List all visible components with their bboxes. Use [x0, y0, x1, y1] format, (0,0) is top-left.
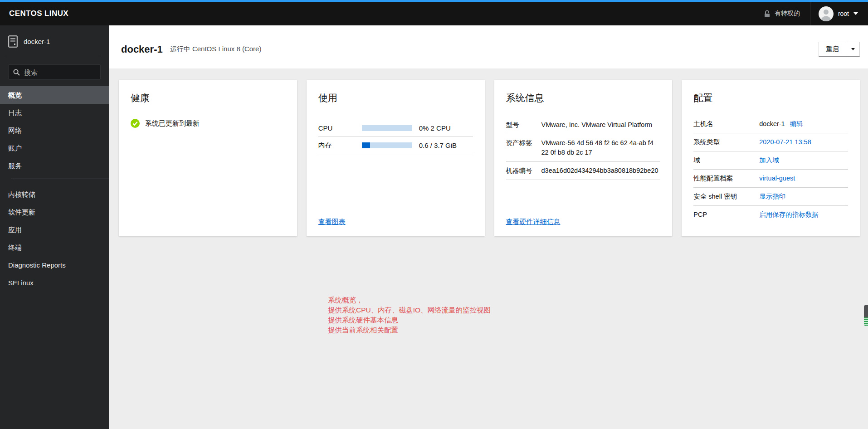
progress-bar — [362, 125, 412, 131]
config-card: 配置 主机名 docker-1 编辑 系统类型 — [682, 80, 860, 236]
config-row-link[interactable]: 显示指印 — [759, 193, 785, 200]
config-row: 安全 shell 密钥 显示指印 — [693, 188, 848, 206]
usage-row: CPU 0% 2 CPU — [318, 120, 473, 137]
check-circle-icon — [131, 119, 140, 128]
config-rows: 主机名 docker-1 编辑 系统类型 2020-07-21 13:58 — [693, 115, 848, 224]
top-bar: CENTOS LINUX 有特权的 root — [0, 0, 868, 25]
chevron-down-icon — [851, 48, 855, 50]
config-row-label: 域 — [693, 156, 759, 165]
chevron-down-icon — [853, 12, 858, 15]
sidebar-search[interactable] — [8, 64, 101, 80]
config-row-label: 安全 shell 密钥 — [693, 192, 759, 201]
config-row: 性能配置档案 virtual-guest — [693, 170, 848, 188]
config-row-value: 加入域 — [759, 156, 848, 165]
avatar — [819, 6, 834, 21]
usage-row-value: 0% 2 CPU — [419, 124, 451, 132]
restart-button[interactable]: 重启 — [819, 42, 846, 57]
sidebar-menu-item[interactable]: 账户 — [0, 139, 109, 157]
view-hardware-details-link[interactable]: 查看硬件详细信息 — [506, 218, 561, 226]
health-card: 健康 系统已更新到最新 — [119, 80, 297, 236]
sidebar-menu-item[interactable]: 终端 — [0, 239, 109, 256]
config-row: 系统类型 2020-07-21 13:58 — [693, 133, 848, 151]
system-info-row-value: d3ea16d02d434294bb3a80818b92be20 — [541, 166, 661, 176]
edge-widget[interactable] — [864, 305, 868, 326]
config-row: 主机名 docker-1 编辑 — [693, 115, 848, 133]
sidebar-menu-item[interactable]: 服务 — [0, 157, 109, 175]
sidebar-menu-item[interactable]: SELinux — [0, 274, 109, 292]
sidebar-menu-item[interactable]: 软件更新 — [0, 203, 109, 221]
health-card-title: 健康 — [131, 92, 285, 104]
usage-card: 使用 CPU 0% 2 CPU 内存 — [307, 80, 485, 236]
config-row-link[interactable]: 启用保存的指标数据 — [759, 211, 819, 218]
sidebar-divider — [5, 56, 100, 56]
sidebar-menu-item[interactable]: 应用 — [0, 221, 109, 239]
sidebar-menu-item[interactable]: 日志 — [0, 104, 109, 122]
config-row-value: 启用保存的指标数据 — [759, 210, 848, 219]
edge-widget-stripes — [864, 317, 868, 326]
config-row-label: 主机名 — [693, 120, 759, 128]
config-row-link[interactable]: virtual-guest — [759, 175, 795, 182]
user-menu[interactable]: root — [810, 2, 863, 25]
search-input[interactable] — [24, 68, 114, 76]
config-row-label: 系统类型 — [693, 138, 759, 146]
sidebar-menu-item[interactable]: 内核转储 — [0, 185, 109, 203]
overview-content: 健康 系统已更新到最新 使用 — [109, 68, 868, 429]
main-area: docker-1 运行中 CentOS Linux 8 (Core) 重启 健康 — [109, 25, 868, 429]
config-row-label: PCP — [693, 211, 759, 218]
privileged-label: 有特权的 — [775, 10, 800, 18]
usage-row-label: CPU — [318, 124, 362, 132]
usage-row-label: 内存 — [318, 141, 362, 150]
health-status-row: 系统已更新到最新 — [131, 119, 285, 128]
config-row-link[interactable]: 2020-07-21 13:58 — [759, 138, 811, 146]
sidebar-menu-item[interactable]: 网络 — [0, 122, 109, 139]
usage-row-value: 0.6 / 3.7 GiB — [419, 141, 457, 149]
system-info-row-value: VMware-56 4d 56 48 f2 6c 62 4a-ab f4 22 … — [541, 138, 661, 157]
page-title: docker-1 — [121, 44, 163, 55]
restart-split-button: 重启 — [819, 42, 860, 57]
config-row-label: 性能配置档案 — [693, 174, 759, 183]
sidebar-menu-item[interactable]: Diagnostic Reports — [0, 256, 109, 274]
annotation-text: 系统概览， 提供系统CPU、内存、磁盘IO、网络流量的监控视图 提供系统硬件基本… — [328, 295, 491, 335]
system-info-rows: 型号 VMware, Inc. VMware Virtual Platform … — [506, 116, 661, 180]
config-row-value: docker-1 编辑 — [759, 120, 848, 128]
config-row-text: docker-1 — [759, 120, 785, 127]
overview-cards: 健康 系统已更新到最新 使用 — [109, 68, 868, 236]
system-info-card: 系统信息 型号 VMware, Inc. VMware Virtual Plat… — [494, 80, 673, 236]
health-status-text: 系统已更新到最新 — [145, 119, 200, 128]
system-info-row-label: 机器编号 — [506, 166, 541, 176]
host-name: docker-1 — [24, 38, 50, 45]
view-graphs-link[interactable]: 查看图表 — [318, 218, 346, 226]
sidebar-menu-item[interactable]: 概览 — [0, 86, 109, 104]
progress-bar-fill — [362, 142, 370, 148]
sidebar: docker-1 概览 日志 网络 账户 服务 内核转储 软件更新 — [0, 25, 109, 429]
host-status: 运行中 CentOS Linux 8 (Core) — [170, 45, 262, 54]
config-row-value: 显示指印 — [759, 192, 848, 201]
usage-rows: CPU 0% 2 CPU 内存 0.6 / 3.7 G — [318, 120, 473, 154]
system-info-card-title: 系统信息 — [506, 92, 661, 104]
topbar-right: 有特权的 root — [754, 2, 863, 25]
usage-row: 内存 0.6 / 3.7 GiB — [318, 137, 473, 154]
system-info-row-label: 型号 — [506, 120, 541, 130]
system-info-row-value: VMware, Inc. VMware Virtual Platform — [541, 120, 661, 130]
page-header: docker-1 运行中 CentOS Linux 8 (Core) 重启 — [109, 25, 868, 68]
annotation-line: 提供系统CPU、内存、磁盘IO、网络流量的监控视图 — [328, 305, 491, 315]
system-info-row: 机器编号 d3ea16d02d434294bb3a80818b92be20 — [506, 162, 661, 180]
brand-logo: CENTOS LINUX — [9, 9, 68, 18]
config-row-link[interactable]: 编辑 — [790, 120, 803, 127]
system-info-row: 资产标签 VMware-56 4d 56 48 f2 6c 62 4a-ab f… — [506, 134, 661, 162]
config-row: 域 加入域 — [693, 151, 848, 170]
config-row: PCP 启用保存的指标数据 — [693, 206, 848, 224]
restart-dropdown-button[interactable] — [846, 42, 860, 57]
host-switcher[interactable]: docker-1 — [0, 25, 109, 56]
unlock-icon — [764, 10, 770, 18]
sidebar-menu-primary: 概览 日志 网络 账户 服务 — [0, 86, 109, 175]
config-row-value: 2020-07-21 13:58 — [759, 138, 848, 146]
annotation-line: 系统概览， — [328, 295, 491, 305]
sidebar-menu-secondary: 内核转储 软件更新 应用 终端 Diagnostic Reports SELin… — [0, 185, 109, 292]
config-card-title: 配置 — [693, 92, 848, 104]
system-info-row-label: 资产标签 — [506, 138, 541, 157]
config-row-link[interactable]: 加入域 — [759, 156, 779, 164]
annotation-line: 提供系统硬件基本信息 — [328, 315, 491, 325]
config-row-value: virtual-guest — [759, 175, 848, 182]
usage-card-title: 使用 — [318, 92, 473, 104]
